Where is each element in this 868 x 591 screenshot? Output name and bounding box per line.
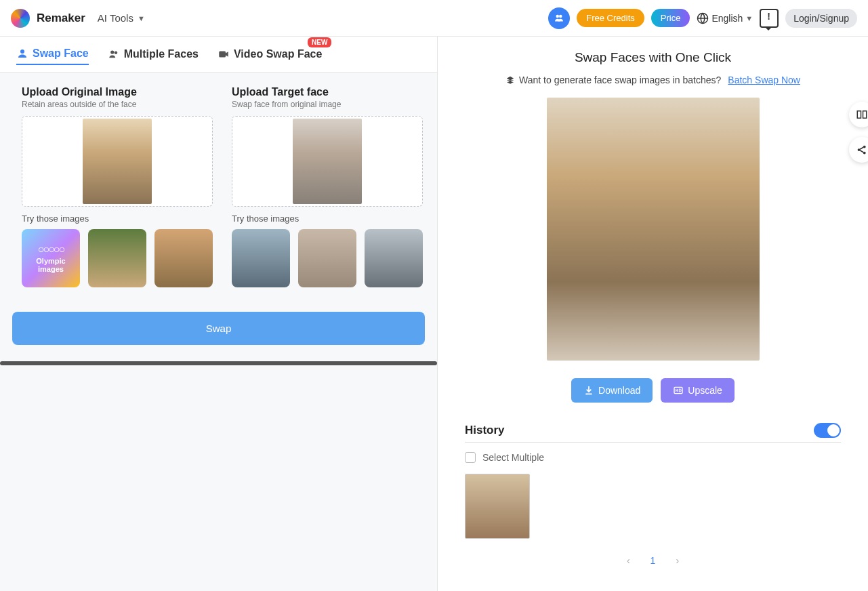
right-panel: Swap Faces with One Click Want to genera… (438, 37, 868, 591)
batch-question: Want to generate face swap images in bat… (505, 75, 721, 85)
upload-target-col: Upload Target face Swap face from origin… (232, 86, 423, 287)
upscale-button[interactable]: Upscale (661, 378, 735, 403)
olympic-rings-icon: ○○○○○ (38, 243, 64, 256)
pager-prev[interactable]: ‹ (627, 555, 630, 566)
share-button[interactable]: 🎁 (849, 137, 868, 163)
language-selector[interactable]: English ▼ (697, 12, 753, 24)
history-title: History (465, 424, 505, 437)
logo-icon[interactable] (11, 9, 30, 28)
side-fabs: 🎁 (849, 102, 868, 163)
upload-target-sub: Swap face from original image (232, 100, 423, 109)
target-uploaded-image (293, 119, 362, 204)
history-header: History (465, 423, 841, 443)
divider (0, 361, 437, 365)
try-label: Try those images (232, 213, 423, 224)
pager-next[interactable]: › (676, 555, 679, 566)
globe-icon (697, 12, 709, 24)
upload-target-title: Upload Target face (232, 86, 423, 98)
chevron-down-icon: ▼ (138, 14, 145, 22)
upload-original-col: Upload Original Image Retain areas outsi… (22, 86, 213, 287)
original-drop-zone[interactable] (22, 116, 213, 207)
hd-icon (673, 385, 684, 396)
result-image-wrap: 🎁 (465, 98, 841, 361)
community-icon[interactable] (548, 7, 570, 29)
original-uploaded-image (83, 119, 152, 204)
svg-rect-7 (857, 111, 861, 119)
svg-rect-8 (863, 111, 867, 119)
history-thumbnail[interactable] (465, 474, 530, 539)
left-panel: Swap Face Multiple Faces Video Swap Face… (0, 37, 438, 591)
app-header: Remaker AI Tools ▼ Free Credits Price En… (0, 0, 868, 37)
try-target-row (232, 229, 423, 287)
upscale-label: Upscale (688, 385, 722, 396)
svg-rect-6 (219, 52, 226, 58)
svg-point-4 (110, 50, 114, 54)
batch-row: Want to generate face swap images in bat… (465, 75, 841, 85)
video-icon (218, 48, 230, 60)
upload-original-title: Upload Original Image (22, 86, 213, 98)
action-row: Download Upscale (465, 378, 841, 403)
free-credits-button[interactable]: Free Credits (577, 9, 644, 27)
ai-tools-dropdown[interactable]: AI Tools ▼ (98, 12, 145, 24)
try-image-4[interactable] (232, 229, 290, 287)
tab-label: Swap Face (33, 47, 89, 60)
select-multiple-checkbox[interactable] (465, 452, 476, 463)
target-drop-zone[interactable] (232, 116, 423, 207)
chevron-down-icon: ▼ (745, 14, 753, 22)
feedback-icon[interactable] (760, 9, 779, 28)
tab-label: Multiple Faces (124, 48, 199, 60)
download-icon (583, 385, 594, 396)
history-toggle[interactable] (814, 423, 841, 438)
swap-button-wrap: Swap (0, 291, 437, 359)
try-image-5[interactable] (298, 229, 356, 287)
main-layout: Swap Face Multiple Faces Video Swap Face… (0, 37, 868, 591)
share-icon (856, 144, 868, 156)
select-multiple-row: Select Multiple (465, 452, 841, 463)
ai-tools-label: AI Tools (98, 12, 133, 24)
svg-point-0 (556, 14, 560, 18)
brand-name: Remaker (37, 12, 85, 25)
tab-multiple-faces[interactable]: Multiple Faces (108, 48, 199, 64)
result-title: Swap Faces with One Click (465, 50, 841, 65)
header-left: Remaker AI Tools ▼ (11, 9, 145, 28)
compare-icon (856, 108, 868, 121)
pager-current[interactable]: 1 (650, 555, 656, 566)
result-image (547, 98, 760, 361)
try-image-olympic[interactable]: ○○○○○ Olympic images (22, 229, 80, 287)
header-right: Free Credits Price English ▼ Login/Signu… (548, 7, 857, 29)
stack-icon (505, 75, 515, 85)
upload-row: Upload Original Image Retain areas outsi… (0, 73, 437, 291)
batch-question-text: Want to generate face swap images in bat… (519, 75, 721, 85)
tab-label: Video Swap Face (234, 48, 322, 60)
people-icon (108, 48, 120, 60)
svg-point-3 (20, 49, 24, 54)
batch-swap-link[interactable]: Batch Swap Now (728, 75, 800, 85)
price-button[interactable]: Price (651, 9, 690, 27)
try-image-6[interactable] (365, 229, 423, 287)
select-multiple-label: Select Multiple (482, 452, 544, 463)
pagination: ‹ 1 › (465, 555, 841, 566)
tab-swap-face[interactable]: Swap Face (16, 47, 89, 65)
try-image-3[interactable] (154, 229, 213, 287)
try-label: Try those images (22, 213, 213, 224)
download-label: Download (598, 385, 640, 396)
new-badge: NEW (308, 37, 331, 47)
svg-point-5 (114, 52, 117, 55)
language-label: English (711, 13, 743, 24)
tabs-bar: Swap Face Multiple Faces Video Swap Face… (0, 37, 437, 73)
upload-original-sub: Retain areas outside of the face (22, 100, 213, 109)
try-image-2[interactable] (88, 229, 146, 287)
try-original-row: ○○○○○ Olympic images (22, 229, 213, 287)
svg-point-1 (559, 14, 562, 18)
person-icon (16, 47, 28, 60)
download-button[interactable]: Download (571, 378, 653, 403)
compare-button[interactable] (849, 102, 868, 127)
swap-button[interactable]: Swap (12, 312, 425, 345)
login-signup-button[interactable]: Login/Signup (785, 9, 857, 28)
tab-video-swap[interactable]: Video Swap Face NEW (218, 48, 322, 64)
olympic-label: Olympic images (24, 257, 77, 273)
